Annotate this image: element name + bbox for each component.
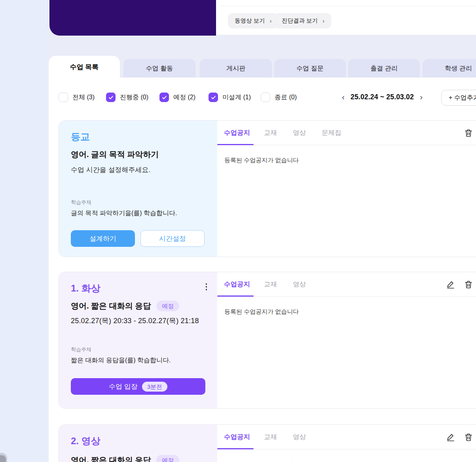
time-remaining-badge: 3분전 xyxy=(142,382,167,392)
tab-student-management[interactable]: 학생 관리 xyxy=(423,59,476,78)
class-subtitle: 수업 시간을 설정해주세요. xyxy=(71,165,205,174)
edit-icon[interactable] xyxy=(446,280,455,289)
view-diagnosis-button[interactable]: 진단결과 보기 › xyxy=(275,13,331,28)
enter-class-button[interactable]: 수업 입장 3분전 xyxy=(71,378,205,395)
trash-icon[interactable] xyxy=(464,432,473,442)
class-card-video-call: 1. 화상 영어. 짧은 대화의 응답 예정 25.02.27(목) 20:33… xyxy=(59,272,476,409)
trash-icon[interactable] xyxy=(464,280,473,289)
edit-icon[interactable] xyxy=(446,432,455,442)
class-card-info: 등교 영어. 글의 목적 파악하기 수업 시간을 설정해주세요. 학습주제 글의… xyxy=(59,121,217,257)
empty-notice-message: 등록된 수업공지가 없습니다 xyxy=(217,449,476,462)
topic-label: 학습주제 xyxy=(71,199,205,206)
detail-tab-video[interactable]: 영상 xyxy=(287,121,311,145)
checkbox-checked-icon[interactable] xyxy=(106,93,116,102)
filter-ended-label: 종료 (0) xyxy=(275,93,297,102)
set-time-button[interactable]: 시간설정 xyxy=(140,230,205,247)
filter-all[interactable]: 전체 (3) xyxy=(59,92,95,102)
header-divider xyxy=(220,6,476,6)
filter-scheduled[interactable]: 예정 (2) xyxy=(159,92,195,102)
class-card-info: 1. 화상 영어. 짧은 대화의 응답 예정 25.02.27(목) 20:33… xyxy=(59,272,217,408)
class-card-detail: 수업공지 교재 영상 문제집 등록된 수업공지가 없습니다 xyxy=(217,121,476,257)
class-time: 25.02.27(목) 20:33 - 25.02.27(목) 21:18 xyxy=(71,316,205,326)
detail-tabs: 수업공지 교재 영상 xyxy=(217,425,476,449)
empty-notice-message: 등록된 수업공지가 없습니다 xyxy=(217,297,476,327)
checkbox-unchecked-icon[interactable] xyxy=(59,93,68,102)
view-video-button[interactable]: 동영상 보기 › xyxy=(228,13,279,28)
topic-text: 글의 목적 파악하기을(를) 학습합니다. xyxy=(71,209,205,218)
topic-label: 학습주제 xyxy=(71,346,205,353)
detail-tab-video[interactable]: 영상 xyxy=(287,272,311,296)
trash-icon[interactable] xyxy=(464,128,473,138)
detail-tabs: 수업공지 교재 영상 xyxy=(217,272,476,297)
tab-class-list[interactable]: 수업 목록 xyxy=(49,56,120,78)
class-type-label: 1. 화상 xyxy=(71,282,205,294)
chevron-left-icon[interactable]: ‹ xyxy=(342,92,345,102)
detail-tab-notice[interactable]: 수업공지 xyxy=(217,121,254,145)
kebab-menu-icon[interactable] xyxy=(204,282,209,292)
class-title: 영어. 글의 목적 파악하기 xyxy=(71,149,205,160)
design-button[interactable]: 설계하기 xyxy=(71,230,135,247)
class-banner xyxy=(49,0,216,36)
chevron-right-icon: › xyxy=(270,18,272,24)
class-card-info: 2. 영상 영어. 짧은 대화의 응답 예정 xyxy=(59,425,217,462)
topic-text: 짧은 대화의 응답을(를) 학습합니다. xyxy=(71,356,205,365)
view-diagnosis-label: 진단결과 보기 xyxy=(282,17,318,25)
filter-all-label: 전체 (3) xyxy=(72,93,95,102)
detail-tab-textbook[interactable]: 교재 xyxy=(258,425,283,449)
detail-tab-video[interactable]: 영상 xyxy=(287,425,311,449)
chevron-right-icon[interactable]: › xyxy=(420,92,423,102)
filter-inprogress[interactable]: 진행중 (0) xyxy=(106,92,148,102)
page-left-background xyxy=(0,0,47,462)
enter-class-label: 수업 입장 xyxy=(109,382,138,391)
class-list-panel: 전체 (3) 진행중 (0) 예정 (2) 미설계 (1) 종료 (0) ‹ 2… xyxy=(49,78,476,462)
class-card-video: 2. 영상 영어. 짧은 대화의 응답 예정 수업공지 교재 영상 xyxy=(59,424,476,462)
checkbox-unchecked-icon[interactable] xyxy=(261,93,270,102)
filter-undesigned[interactable]: 미설계 (1) xyxy=(209,92,251,102)
filter-undesigned-label: 미설계 (1) xyxy=(222,93,251,102)
detail-tab-notice[interactable]: 수업공지 xyxy=(217,272,254,296)
view-video-label: 동영상 보기 xyxy=(235,17,265,25)
add-class-button[interactable]: + 수업추가 xyxy=(441,90,476,106)
detail-tabs: 수업공지 교재 영상 문제집 xyxy=(217,121,476,145)
filter-inprogress-label: 진행중 (0) xyxy=(120,93,148,102)
detail-tab-notice[interactable]: 수업공지 xyxy=(217,425,254,449)
filter-ended[interactable]: 종료 (0) xyxy=(261,92,297,102)
empty-notice-message: 등록된 수업공지가 없습니다 xyxy=(217,145,476,176)
class-type-label: 2. 영상 xyxy=(71,435,205,447)
status-badge: 예정 xyxy=(156,455,179,462)
class-title: 영어. 짧은 대화의 응답 xyxy=(71,301,151,311)
detail-tab-textbook[interactable]: 교재 xyxy=(258,121,283,145)
chevron-right-icon: › xyxy=(322,18,324,24)
class-card-deunggyo: 등교 영어. 글의 목적 파악하기 수업 시간을 설정해주세요. 학습주제 글의… xyxy=(59,120,476,257)
tab-class-activity[interactable]: 수업 활동 xyxy=(123,59,195,78)
checkbox-checked-icon[interactable] xyxy=(209,93,218,102)
filter-scheduled-label: 예정 (2) xyxy=(173,93,195,102)
class-card-detail: 수업공지 교재 영상 등록된 수업공지가 없습니다 xyxy=(217,425,476,462)
header-actions-panel: 동영상 보기 › 진단결과 보기 › xyxy=(216,0,476,35)
tab-attendance[interactable]: 출결 관리 xyxy=(348,59,420,78)
checkbox-checked-icon[interactable] xyxy=(159,93,169,102)
status-badge: 예정 xyxy=(156,301,179,311)
tab-board[interactable]: 게시판 xyxy=(200,59,272,78)
tab-class-question[interactable]: 수업 질문 xyxy=(274,59,346,78)
class-title: 영어. 짧은 대화의 응답 xyxy=(71,455,151,462)
class-card-detail: 수업공지 교재 영상 등록된 수업공지가 없습니다 xyxy=(217,272,476,408)
class-type-label: 등교 xyxy=(71,131,205,143)
detail-tab-textbook[interactable]: 교재 xyxy=(258,272,283,296)
date-range-nav: ‹ 25.02.24 ~ 25.03.02 › xyxy=(342,92,423,102)
detail-tab-workbook[interactable]: 문제집 xyxy=(316,121,347,145)
date-range-label: 25.02.24 ~ 25.03.02 xyxy=(351,93,414,101)
